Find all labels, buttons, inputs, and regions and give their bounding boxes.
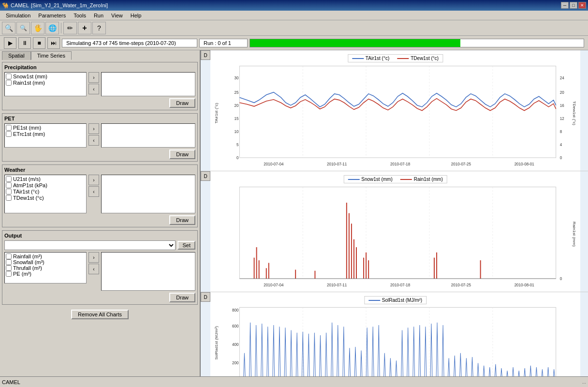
output-remove-btn[interactable]: ‹: [88, 264, 99, 274]
atmp1st-checkbox[interactable]: [6, 182, 12, 188]
pe-checkbox[interactable]: [6, 271, 12, 277]
pet-draw-button[interactable]: Draw: [169, 149, 195, 159]
precip-add-btn[interactable]: ›: [88, 72, 99, 83]
chart3-sol-line: [368, 300, 380, 301]
pause-button[interactable]: ⏸: [18, 37, 31, 49]
run-label: Run : 0 of 1: [199, 39, 248, 47]
chart2-d-label: D: [201, 171, 210, 181]
output-draw-button[interactable]: Draw: [169, 293, 195, 302]
svg-text:SolRad1st (MJ/m²): SolRad1st (MJ/m²): [214, 326, 219, 360]
svg-text:4: 4: [560, 142, 562, 147]
weather-remove-btn[interactable]: ‹: [88, 186, 99, 197]
svg-text:10: 10: [234, 129, 238, 134]
pet-add-btn[interactable]: ›: [88, 123, 99, 134]
weather-draw-button[interactable]: Draw: [169, 215, 195, 225]
svg-text:2010-07-11: 2010-07-11: [327, 162, 347, 166]
weather-draw-row: Draw: [4, 215, 195, 225]
menu-simulation[interactable]: Simulation: [2, 12, 34, 19]
atmp1st-item: AtmP1st (kPa): [6, 182, 85, 188]
svg-text:5: 5: [236, 142, 239, 147]
pan-button[interactable]: 🖐: [31, 22, 44, 34]
svg-text:20: 20: [234, 103, 238, 108]
svg-text:2010-08-01: 2010-08-01: [514, 162, 535, 166]
rain1st-checkbox[interactable]: [6, 80, 12, 86]
u21st-checkbox[interactable]: [6, 176, 12, 182]
menu-view[interactable]: View: [107, 12, 127, 19]
thrufall-checkbox[interactable]: [6, 265, 12, 271]
output-dropdown[interactable]: [4, 240, 176, 250]
svg-text:2010-08-01: 2010-08-01: [514, 283, 535, 287]
snowfall-checkbox[interactable]: [6, 259, 12, 265]
weather-title: Weather: [4, 167, 195, 173]
snow1st-checkbox[interactable]: [6, 74, 12, 79]
rainfall-label: Rainfall (m³): [13, 253, 42, 259]
weather-add-btn[interactable]: ›: [88, 175, 99, 185]
precipitation-section: Precipitation Snow1st (mm) Rain1st (mm) …: [2, 62, 198, 110]
pe1st-checkbox[interactable]: [6, 125, 12, 131]
tab-spatial[interactable]: Spatial: [2, 51, 31, 60]
tair1st-item: TAir1st (°c): [6, 189, 85, 194]
tdew1st-item: TDew1st (°c): [6, 195, 85, 201]
chart3-inner: SolRad1st (MJ/m²) 0 200 400 600 800 SolR…: [210, 292, 580, 376]
svg-rect-59: [239, 307, 556, 376]
minimize-button[interactable]: ─: [561, 2, 569, 9]
progress-bar-container: [250, 39, 584, 47]
close-button[interactable]: ✕: [578, 2, 586, 9]
pe-item: PE (m³): [6, 271, 85, 277]
stop-button[interactable]: ■: [33, 37, 45, 49]
menu-run[interactable]: Run: [90, 12, 107, 19]
svg-text:0: 0: [236, 155, 239, 160]
chart2-legend-snow: Snow1st (mm): [348, 177, 392, 182]
rain1st-label: Rain1st (mm): [13, 80, 45, 86]
snowfall-label: Snowfall (m³): [13, 259, 44, 265]
chart1-inner: TAir1st (°c) TDew1st (°c): [210, 50, 580, 171]
chart1-tair-label: TAir1st (°c): [366, 56, 389, 61]
tdew1st-checkbox[interactable]: [6, 195, 12, 201]
menu-tools[interactable]: Tools: [70, 12, 90, 19]
window-controls: ─ □ ✕: [561, 2, 586, 9]
status-dots: ...: [582, 379, 586, 385]
zoom-out-button[interactable]: 🔍: [2, 22, 15, 34]
tair1st-label: TAir1st (°c): [13, 189, 39, 194]
snow1st-item: Snow1st (mm): [6, 74, 85, 79]
weather-content: U21st (m/s) AtmP1st (kPa) TAir1st (°c): [4, 175, 195, 213]
precip-arrow-btns: › ‹: [88, 72, 99, 94]
chart-panel-3: D SolRad1st (MJ/m²) 0 200: [201, 292, 588, 376]
remove-all-charts-button[interactable]: Remove All Charts: [71, 310, 129, 319]
play-button[interactable]: ▶: [4, 37, 16, 49]
rainfall-checkbox[interactable]: [6, 253, 12, 259]
progress-bar: [250, 39, 460, 47]
skip-button[interactable]: ⏭: [47, 37, 60, 49]
menu-parameters[interactable]: Parameters: [34, 12, 70, 19]
precip-draw-row: Draw: [4, 98, 195, 108]
tab-time-series[interactable]: Time Series: [31, 51, 72, 60]
maximize-button[interactable]: □: [570, 2, 577, 9]
tair1st-checkbox[interactable]: [6, 189, 12, 194]
svg-text:800: 800: [232, 308, 239, 313]
output-header: Set: [4, 240, 195, 250]
menu-help[interactable]: Help: [127, 12, 146, 19]
pet-remove-btn[interactable]: ‹: [88, 135, 99, 146]
rainfall-item: Rainfall (m³): [6, 253, 85, 259]
precip-draw-button[interactable]: Draw: [169, 98, 195, 108]
chart2-snow-line: [348, 179, 359, 180]
tdew1st-label: TDew1st (°c): [13, 195, 44, 201]
add-button[interactable]: +: [78, 22, 91, 34]
chart-area[interactable]: D TAir1st (°c) TDew1st (°c): [201, 50, 588, 376]
chart3-legend: SolRad1st (MJ/m²): [364, 296, 426, 304]
etrc1st-checkbox[interactable]: [6, 131, 12, 137]
draw-tool-button[interactable]: ✏: [63, 22, 77, 34]
tab-bar: Spatial Time Series: [0, 50, 200, 60]
snow1st-label: Snow1st (mm): [13, 74, 47, 79]
help-button[interactable]: ?: [92, 22, 106, 34]
output-add-btn[interactable]: ›: [88, 252, 99, 263]
chart3-d-label: D: [201, 292, 210, 302]
svg-text:12: 12: [560, 116, 564, 121]
zoom-in-button[interactable]: 🔍: [16, 22, 30, 34]
chart-panel-2: D Snow1st (mm) Rain1st (mm): [201, 171, 588, 292]
output-set-button[interactable]: Set: [177, 241, 195, 250]
precip-remove-btn[interactable]: ‹: [88, 84, 99, 94]
sim-status: Simulating 473 of 745 time-steps (2010-0…: [62, 39, 197, 47]
globe-button[interactable]: 🌐: [45, 22, 59, 34]
pet-section: PET PE1st (mm) ETrc1st (mm) › ‹: [2, 113, 198, 162]
